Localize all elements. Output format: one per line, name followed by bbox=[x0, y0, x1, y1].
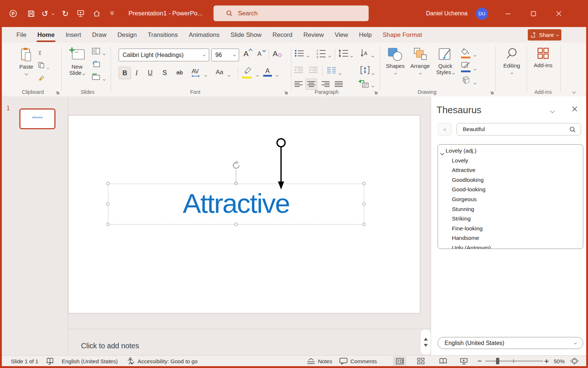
clear-formatting-button[interactable]: A bbox=[273, 49, 278, 58]
highlight-dropdown-chevron[interactable] bbox=[257, 71, 258, 78]
character-spacing-button[interactable]: AV bbox=[192, 68, 199, 75]
shape-fill-dropdown-chevron[interactable] bbox=[474, 51, 476, 58]
paste-button[interactable]: Paste bbox=[16, 47, 36, 76]
resize-handle-se[interactable] bbox=[362, 223, 366, 226]
shape-effects-dropdown-chevron[interactable] bbox=[474, 79, 476, 85]
tab-file[interactable]: File bbox=[11, 27, 32, 43]
format-painter-button[interactable] bbox=[38, 75, 45, 84]
tab-animations[interactable]: Animations bbox=[183, 27, 225, 43]
font-size-combo[interactable]: 96 bbox=[211, 49, 239, 61]
tab-review[interactable]: Review bbox=[298, 27, 329, 43]
tab-design[interactable]: Design bbox=[112, 27, 142, 43]
search-input[interactable]: Search bbox=[214, 5, 369, 21]
shape-effects-button[interactable] bbox=[461, 76, 470, 86]
shape-outline-button[interactable] bbox=[461, 62, 470, 72]
shape-outline-dropdown-chevron[interactable] bbox=[474, 65, 476, 72]
paragraph-dialog-launcher[interactable] bbox=[373, 90, 378, 95]
thesaurus-result-item[interactable]: Attractive bbox=[438, 165, 583, 175]
accessibility-status[interactable]: Accessibility: Good to go bbox=[138, 356, 197, 367]
thesaurus-result-item[interactable]: Goodlooking bbox=[438, 175, 583, 185]
thesaurus-result-item[interactable]: Fine-looking bbox=[438, 224, 583, 234]
spacing-dropdown-chevron[interactable] bbox=[205, 71, 207, 78]
section-dropdown-chevron[interactable] bbox=[103, 75, 105, 82]
align-center-button[interactable] bbox=[305, 78, 317, 90]
notes-scrollbar[interactable] bbox=[421, 330, 431, 354]
resize-handle-s[interactable] bbox=[234, 223, 238, 226]
change-case-button[interactable]: Aa bbox=[216, 69, 223, 76]
thesaurus-result-item[interactable]: Lovely bbox=[438, 156, 583, 166]
copy-button[interactable] bbox=[38, 62, 45, 70]
resize-handle-nw[interactable] bbox=[106, 182, 109, 185]
arrange-button[interactable]: Arrange bbox=[408, 47, 433, 76]
strikethrough-button[interactable]: ab bbox=[176, 69, 183, 76]
text-direction-dropdown-chevron[interactable] bbox=[372, 52, 374, 58]
decrease-indent-button[interactable] bbox=[294, 66, 303, 75]
new-slide-button[interactable]: New Slide bbox=[66, 47, 88, 76]
italic-button[interactable]: I bbox=[135, 69, 138, 77]
zoom-level[interactable]: 50% bbox=[554, 356, 565, 367]
line-spacing-dropdown-chevron[interactable] bbox=[351, 52, 353, 58]
collapse-ribbon-chevron[interactable] bbox=[573, 88, 575, 95]
section-button[interactable] bbox=[92, 73, 100, 81]
editing-button[interactable]: Editing bbox=[498, 47, 525, 75]
font-color-dropdown-chevron[interactable] bbox=[276, 71, 278, 78]
grow-font-button[interactable]: A bbox=[243, 49, 249, 58]
scroll-up-icon[interactable] bbox=[424, 338, 428, 341]
convert-to-smartart-button[interactable] bbox=[358, 79, 369, 89]
align-text-button[interactable] bbox=[360, 66, 370, 76]
spellcheck-icon[interactable] bbox=[46, 356, 54, 367]
notes-toggle-button[interactable]: Notes bbox=[307, 356, 332, 367]
reading-view-button[interactable] bbox=[439, 356, 447, 367]
thesaurus-search-icon[interactable] bbox=[569, 126, 576, 133]
shape-fill-button[interactable] bbox=[461, 48, 470, 58]
language-dropdown[interactable]: English (United States) bbox=[438, 337, 583, 349]
zoom-slider-handle[interactable] bbox=[496, 358, 499, 364]
bullets-button[interactable] bbox=[295, 49, 304, 59]
resize-handle-e[interactable] bbox=[362, 202, 366, 206]
underline-button[interactable]: U bbox=[148, 69, 153, 77]
font-color-button[interactable]: A bbox=[263, 67, 272, 77]
align-left-button[interactable] bbox=[293, 78, 304, 89]
thesaurus-group-header[interactable]: Lovely (adj.) bbox=[438, 146, 583, 156]
justify-button[interactable] bbox=[333, 78, 344, 89]
font-dialog-launcher[interactable] bbox=[284, 90, 288, 95]
align-right-button[interactable] bbox=[320, 78, 331, 89]
tab-insert[interactable]: Insert bbox=[60, 27, 87, 43]
shapes-button[interactable]: Shapes bbox=[384, 47, 407, 76]
columns-dropdown-chevron[interactable] bbox=[339, 69, 341, 76]
pane-collapse-chevron[interactable] bbox=[551, 107, 554, 114]
slide-sorter-view-button[interactable] bbox=[417, 356, 424, 367]
slide-layout-button[interactable] bbox=[92, 48, 100, 56]
quick-styles-button[interactable]: Quick Styles bbox=[433, 47, 457, 75]
close-button[interactable] bbox=[550, 0, 567, 27]
slide-title-text[interactable]: Attractive bbox=[108, 184, 364, 225]
notes-placeholder[interactable]: Click to add notes bbox=[81, 342, 139, 350]
columns-button[interactable] bbox=[327, 67, 336, 75]
font-name-combo[interactable]: Calibri Light (Headings) bbox=[119, 49, 209, 61]
smartart-dropdown-chevron[interactable] bbox=[372, 82, 374, 88]
undo-dropdown-chevron[interactable] bbox=[50, 0, 55, 27]
accessibility-icon[interactable] bbox=[127, 356, 135, 367]
notes-divider[interactable] bbox=[68, 329, 431, 329]
tab-draw[interactable]: Draw bbox=[87, 27, 112, 43]
zoom-out-button[interactable] bbox=[477, 356, 482, 367]
resize-handle-sw[interactable] bbox=[106, 223, 109, 226]
clipboard-dialog-launcher[interactable] bbox=[55, 90, 60, 95]
shrink-font-button[interactable]: A bbox=[257, 50, 261, 58]
resize-handle-w[interactable] bbox=[106, 202, 109, 206]
thesaurus-result-item[interactable]: Gorgeous bbox=[438, 195, 583, 204]
numbering-dropdown-chevron[interactable] bbox=[329, 52, 331, 58]
user-name[interactable]: Daniel Uchenna bbox=[426, 0, 468, 27]
highlight-color-button[interactable] bbox=[242, 66, 253, 78]
rotate-handle[interactable] bbox=[232, 161, 241, 170]
customize-quick-access-button[interactable] bbox=[107, 0, 117, 27]
share-button[interactable]: Share bbox=[528, 29, 561, 41]
text-shadow-button[interactable]: S bbox=[162, 69, 167, 77]
save-button[interactable] bbox=[26, 0, 36, 27]
avatar[interactable]: DU bbox=[476, 8, 488, 20]
thesaurus-result-item[interactable]: Striking bbox=[438, 214, 583, 224]
home-button[interactable] bbox=[91, 0, 102, 27]
tab-view[interactable]: View bbox=[329, 27, 354, 43]
undo-button[interactable]: ↺ bbox=[39, 0, 50, 27]
align-text-dropdown-chevron[interactable] bbox=[372, 69, 374, 76]
